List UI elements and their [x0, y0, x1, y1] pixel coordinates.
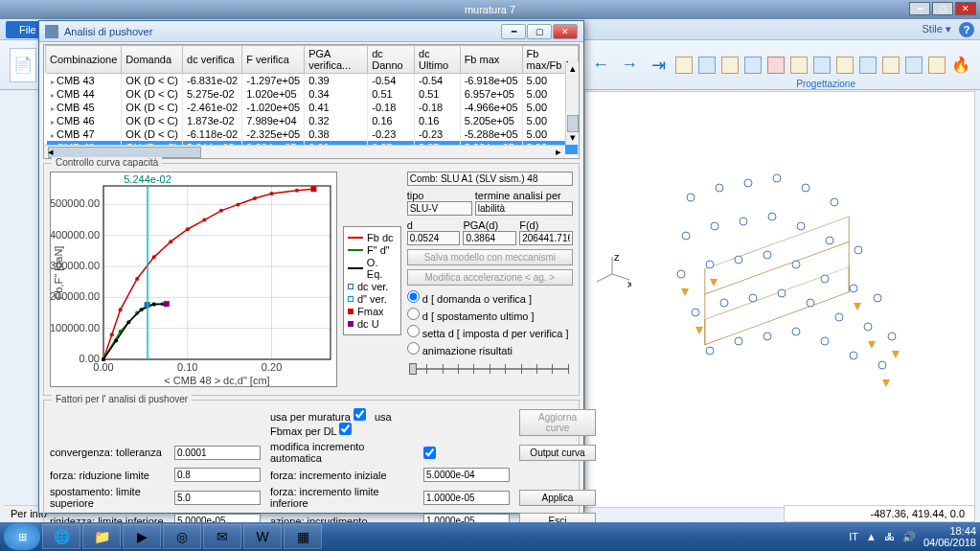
svg-point-73 — [135, 277, 139, 281]
main-maximize-button[interactable]: ▢ — [932, 2, 953, 15]
svg-point-91 — [102, 357, 105, 361]
table-row[interactable]: CMB 47OK (D < C)-6.118e-02-2.325e+050.38… — [46, 127, 579, 141]
main-titlebar: muratura 7 ━ ▢ ✕ — [0, 0, 980, 19]
tool-8-icon[interactable] — [836, 57, 854, 74]
column-header[interactable]: dc verifica — [183, 46, 242, 74]
salva-modello-button[interactable]: Salva modello con meccanismi — [407, 249, 573, 265]
taskbar-media-icon[interactable]: ▶ — [123, 524, 161, 549]
flame-icon[interactable]: 🔥 — [951, 56, 970, 74]
taskbar-explorer-icon[interactable]: 📁 — [82, 524, 121, 549]
tool-12-icon[interactable] — [928, 57, 946, 74]
model-viewport[interactable]: x z — [584, 91, 975, 508]
svg-point-23 — [735, 256, 742, 264]
nav-last-icon[interactable]: ⇥ — [647, 54, 670, 77]
column-header[interactable]: PGA verifica... — [305, 46, 368, 74]
legend-item: Fb dc — [348, 232, 397, 243]
tool-5-icon[interactable] — [767, 57, 785, 74]
dialog-titlebar[interactable]: Analisi di pushover ━ ▢ ✕ — [39, 21, 583, 42]
mod-inc-check[interactable]: modifica incremento automatica — [270, 441, 414, 464]
tray-network-icon[interactable]: 🖧 — [884, 531, 895, 542]
radio-domanda[interactable]: d [ domanda o verifica ] — [407, 290, 573, 305]
dialog-close-button[interactable]: ✕ — [553, 24, 578, 39]
svg-marker-47 — [882, 379, 890, 387]
tipo-label: tipo — [407, 190, 472, 201]
table-vscrollbar[interactable]: ▴▾ — [565, 62, 579, 145]
tool-6-icon[interactable] — [790, 57, 808, 74]
start-button[interactable]: ⊞ — [4, 523, 40, 550]
main-minimize-button[interactable]: ━ — [909, 2, 930, 15]
svg-text:100000.00: 100000.00 — [50, 322, 100, 333]
spost-sup-field[interactable] — [174, 491, 261, 505]
svg-point-39 — [763, 333, 771, 340]
svg-text:0.10: 0.10 — [177, 361, 197, 373]
results-table[interactable]: CombinazioneDomandadc verificaF verifica… — [44, 45, 579, 154]
tool-2-icon[interactable] — [698, 57, 716, 74]
modifica-acc-button[interactable]: Modifica accelerazione < ag. > — [407, 269, 573, 286]
svg-point-95 — [152, 302, 156, 306]
taskbar-app-icon[interactable]: ▦ — [284, 524, 322, 549]
dialog-minimize-button[interactable]: ━ — [501, 24, 526, 39]
nav-prev-icon[interactable]: ← — [589, 54, 612, 77]
animation-slider[interactable] — [407, 360, 573, 379]
stile-dropdown[interactable]: Stile ▾ — [923, 23, 951, 35]
tray-lang[interactable]: IT — [849, 531, 858, 542]
table-row[interactable]: CMB 45OK (D < C)-2.461e-02-1.020e+050.41… — [46, 101, 579, 114]
dialog-title: Analisi di pushover — [64, 26, 501, 37]
svg-point-26 — [821, 275, 829, 283]
svg-point-93 — [126, 320, 130, 324]
column-header[interactable]: F verifica — [242, 46, 305, 74]
svg-point-35 — [864, 323, 872, 331]
legend-item: dc U — [348, 318, 397, 330]
svg-point-9 — [716, 184, 723, 192]
svg-point-10 — [744, 179, 752, 187]
forza-ini-field[interactable] — [423, 468, 510, 482]
tool-3-icon[interactable] — [721, 57, 739, 74]
table-row[interactable]: CMB 46OK (D < C)1.873e-027.989e+040.320.… — [46, 114, 579, 127]
tray-clock[interactable]: 18:44 04/06/2018 — [923, 525, 976, 548]
radio-animazione[interactable]: animazione risultati — [407, 342, 573, 356]
usa-muratura-check[interactable]: usa per muratura usa Fbmax per DL — [270, 408, 414, 437]
table-row[interactable]: CMB 44OK (D < C)5.275e-021.020e+050.340.… — [46, 87, 579, 101]
output-curva-button[interactable]: Output curva — [519, 445, 596, 461]
taskbar-word-icon[interactable]: W — [243, 524, 282, 549]
taskbar-ie-icon[interactable]: 🌐 — [42, 524, 80, 549]
tool-7-icon[interactable] — [813, 57, 831, 74]
svg-point-11 — [773, 174, 781, 182]
table-hscrollbar[interactable]: ◂▸ — [44, 145, 565, 158]
table-row[interactable]: CMB 43OK (D < C)-6.831e-02-1.297e+050.39… — [46, 74, 579, 88]
tool-11-icon[interactable] — [905, 57, 923, 74]
forza-liminf-field[interactable] — [423, 491, 510, 505]
main-close-button[interactable]: ✕ — [955, 2, 976, 15]
taskbar-chrome-icon[interactable]: ◎ — [163, 524, 201, 549]
taskbar-outlook-icon[interactable]: ✉ — [203, 524, 241, 549]
system-tray[interactable]: IT ▲ 🖧 🔊 18:44 04/06/2018 — [849, 525, 976, 548]
column-header[interactable]: Fb max — [460, 46, 522, 74]
radio-spostamento[interactable]: d [ spostamento ultimo ] — [407, 308, 573, 322]
column-header[interactable]: Combinazione — [46, 46, 122, 74]
tray-volume-icon[interactable]: 🔊 — [902, 531, 916, 543]
factors-legend: Fattori per l' analisi di pushover — [52, 394, 192, 404]
dialog-maximize-button[interactable]: ▢ — [527, 24, 552, 39]
help-icon[interactable]: ? — [959, 22, 974, 37]
forza-rid-field[interactable] — [174, 468, 261, 482]
column-header[interactable]: dc Danno — [368, 46, 415, 74]
tool-1-icon[interactable] — [675, 57, 693, 74]
column-header[interactable]: Domanda — [122, 46, 183, 74]
svg-text:< CMB 48 >  dc,d" [cm]: < CMB 48 > dc,d" [cm] — [164, 375, 269, 386]
capacity-chart[interactable]: 0.00100000.00200000.00300000.00400000.00… — [50, 172, 337, 387]
tool-4-icon[interactable] — [744, 57, 762, 74]
conv-field[interactable] — [174, 446, 261, 460]
tool-10-icon[interactable] — [882, 57, 900, 74]
nav-next-icon[interactable]: → — [618, 54, 641, 77]
radio-setta-d[interactable]: setta d [ imposta d per verifica ] — [407, 325, 573, 339]
aggiorna-curve-button[interactable]: Aggiorna curve — [519, 409, 596, 436]
document-icon[interactable]: 📄 — [10, 48, 36, 82]
fd-label: F(d) — [519, 219, 573, 231]
mod-inc-checkbox[interactable] — [423, 447, 436, 459]
tool-9-icon[interactable] — [859, 57, 877, 74]
svg-point-17 — [768, 213, 776, 220]
column-header[interactable]: dc Ultimo — [415, 46, 461, 74]
applica-button[interactable]: Applica — [519, 490, 596, 506]
svg-point-15 — [711, 222, 718, 230]
svg-marker-49 — [868, 341, 876, 349]
